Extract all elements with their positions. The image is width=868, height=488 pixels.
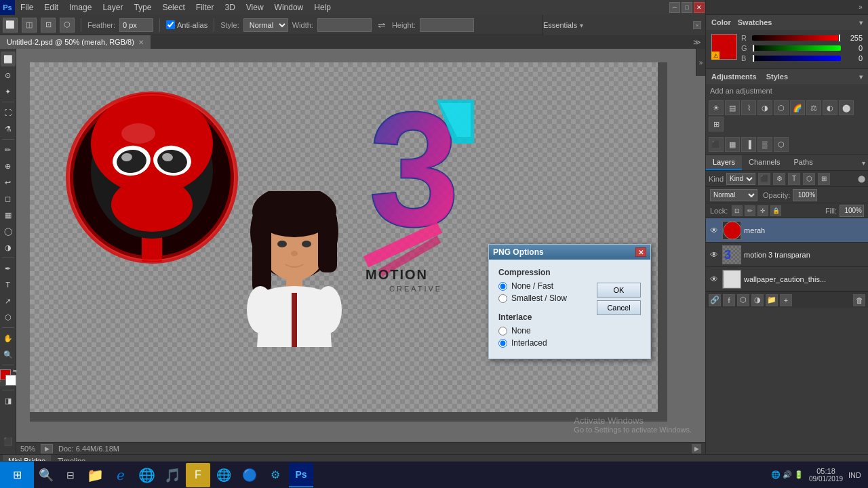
tool-stamp[interactable]: ⊕ bbox=[1, 159, 16, 174]
tool-eyedropper[interactable]: ⚗ bbox=[1, 121, 16, 136]
taskbar-folder2-icon[interactable]: F bbox=[186, 463, 210, 487]
layer-item-wallpaper[interactable]: 👁 wallpaper_caution_this... bbox=[706, 267, 868, 291]
default-colors-icon[interactable]: ⬛ bbox=[0, 381, 5, 386]
menu-3d[interactable]: 3D bbox=[219, 0, 240, 15]
adj-vibrance-icon[interactable]: ⬡ bbox=[774, 100, 789, 115]
zoom-context-icon[interactable]: ▶ bbox=[41, 444, 53, 453]
tool-brush[interactable]: ✏ bbox=[1, 142, 16, 157]
taskbar-language[interactable]: IND bbox=[848, 471, 861, 479]
lock-pixels-icon[interactable]: ✏ bbox=[745, 205, 755, 216]
new-adj-layer-icon[interactable]: ◑ bbox=[751, 294, 764, 306]
r-slider[interactable] bbox=[752, 35, 841, 41]
opacity-input[interactable] bbox=[793, 189, 817, 201]
background-color[interactable] bbox=[5, 375, 16, 386]
layers-tab[interactable]: Layers bbox=[706, 155, 742, 170]
g-slider[interactable] bbox=[752, 45, 841, 51]
taskbar-sound-icon[interactable]: 🔊 bbox=[783, 470, 792, 479]
fill-input[interactable] bbox=[840, 205, 864, 217]
minimize-button[interactable]: ─ bbox=[669, 2, 680, 13]
feather-input[interactable] bbox=[119, 18, 153, 32]
menu-type[interactable]: Type bbox=[128, 0, 157, 15]
menu-view[interactable]: View bbox=[241, 0, 269, 15]
taskbar-chrome2-icon[interactable]: 🔵 bbox=[237, 463, 262, 487]
taskbar-ps-icon[interactable]: Ps bbox=[289, 463, 313, 487]
menu-layer[interactable]: Layer bbox=[97, 0, 128, 15]
none-fast-radio[interactable] bbox=[498, 282, 507, 291]
taskbar-explorer-icon[interactable]: 📁 bbox=[83, 463, 107, 487]
adj-exposure-icon[interactable]: ◑ bbox=[757, 100, 772, 115]
lock-transparent-icon[interactable]: ⊡ bbox=[732, 205, 743, 216]
menu-image[interactable]: Image bbox=[64, 0, 97, 15]
menu-window[interactable]: Window bbox=[269, 0, 309, 15]
tool-eraser[interactable]: ◻ bbox=[1, 191, 16, 206]
menu-filter[interactable]: Filter bbox=[191, 0, 220, 15]
adjustments-tab[interactable]: Adjustments bbox=[711, 73, 757, 81]
start-button[interactable]: ⊞ bbox=[0, 462, 34, 489]
menu-file[interactable]: File bbox=[15, 0, 39, 15]
panel-collapse-button[interactable]: » bbox=[696, 49, 705, 76]
tool-dodge[interactable]: ◑ bbox=[1, 240, 16, 255]
canvas-scrollbar-vertical[interactable] bbox=[658, 62, 667, 412]
tool-hand[interactable]: ✋ bbox=[1, 331, 16, 346]
filter-shape-icon[interactable]: ⬡ bbox=[803, 173, 815, 185]
tool-marquee[interactable]: ⬜ bbox=[1, 52, 16, 66]
adj-photofilter-icon[interactable]: ⬤ bbox=[839, 100, 854, 115]
paths-tab[interactable]: Paths bbox=[787, 155, 820, 170]
panel-collapse-left-icon[interactable]: « bbox=[693, 21, 701, 29]
add-mask-icon[interactable]: ⬡ bbox=[737, 294, 749, 306]
right-panel-collapse-icon[interactable]: » bbox=[856, 3, 865, 12]
none-interlace-option[interactable]: None bbox=[498, 326, 641, 336]
workspace-selector[interactable]: Essentials ▾ « bbox=[542, 15, 705, 35]
adj-brightness-icon[interactable]: ☀ bbox=[709, 100, 724, 115]
tab-close-icon[interactable]: ✕ bbox=[138, 39, 144, 46]
new-layer-icon[interactable]: + bbox=[780, 294, 792, 306]
add-link-icon[interactable]: 🔗 bbox=[709, 294, 721, 306]
layer-vis-motion3-icon[interactable]: 👁 bbox=[709, 249, 719, 260]
menu-help[interactable]: Help bbox=[309, 0, 336, 15]
ok-button[interactable]: OK bbox=[597, 283, 641, 298]
adj-gradient-map-icon[interactable]: ▒ bbox=[757, 137, 772, 152]
taskbar-search-icon[interactable]: 🔍 bbox=[34, 463, 58, 487]
taskbar-firefox-icon[interactable]: 🌐 bbox=[212, 463, 236, 487]
tool-shape[interactable]: ⬡ bbox=[1, 310, 16, 325]
swap-wh-icon[interactable]: ⇌ bbox=[376, 19, 388, 31]
tool-magic-wand[interactable]: ✦ bbox=[1, 84, 16, 99]
taskbar-edge-icon[interactable]: ℯ bbox=[108, 463, 133, 487]
adj-posterize-icon[interactable]: ▦ bbox=[725, 137, 740, 152]
tool-path-select[interactable]: ↗ bbox=[1, 293, 16, 308]
width-input[interactable] bbox=[317, 18, 372, 32]
layer-vis-wallpaper-icon[interactable]: 👁 bbox=[709, 274, 719, 285]
adj-hue-icon[interactable]: 🌈 bbox=[790, 100, 805, 115]
interlaced-option[interactable]: Interlaced bbox=[498, 338, 641, 348]
adj-levels-icon[interactable]: ▤ bbox=[725, 100, 740, 115]
none-interlace-radio[interactable] bbox=[498, 327, 507, 336]
tool-crop[interactable]: ⛶ bbox=[1, 105, 16, 120]
style-dropdown[interactable]: Normal bbox=[243, 18, 288, 32]
taskbar-chrome-icon[interactable]: 🌐 bbox=[134, 463, 159, 487]
lock-move-icon[interactable]: ✛ bbox=[757, 205, 768, 216]
filter-toggle-icon[interactable]: ⬤ bbox=[858, 175, 865, 182]
taskbar-winscp-icon[interactable]: ⚙ bbox=[263, 463, 288, 487]
color-swatches[interactable]: ⇆ ⬛ bbox=[0, 369, 16, 386]
close-button[interactable]: ✕ bbox=[694, 2, 705, 13]
adj-curves-icon[interactable]: ⌇ bbox=[741, 100, 756, 115]
swatches-tab[interactable]: Swatches bbox=[738, 18, 772, 26]
status-expand-icon[interactable]: ▶ bbox=[692, 444, 701, 453]
new-group-icon[interactable]: 📁 bbox=[766, 294, 778, 306]
tool-quick-mask[interactable]: ◨ bbox=[1, 393, 16, 408]
layer-item-merah[interactable]: 👁 merah bbox=[706, 218, 868, 243]
tool-history-brush[interactable]: ↩ bbox=[1, 175, 16, 190]
tool-lasso[interactable]: ⊙ bbox=[1, 68, 16, 83]
adj-colorbal-icon[interactable]: ⚖ bbox=[806, 100, 821, 115]
filter-pixel-icon[interactable]: ⬛ bbox=[758, 173, 770, 185]
adj-threshold-icon[interactable]: ▐ bbox=[741, 137, 756, 152]
taskbar-battery-icon[interactable]: 🔋 bbox=[794, 470, 804, 479]
b-slider[interactable] bbox=[752, 56, 841, 61]
blend-mode-select[interactable]: Normal bbox=[710, 189, 757, 201]
tool-gradient[interactable]: ▦ bbox=[1, 207, 16, 222]
menu-select[interactable]: Select bbox=[157, 0, 190, 15]
adj-select-color-icon[interactable]: ⬡ bbox=[774, 137, 789, 152]
swap-colors-icon[interactable]: ⇆ bbox=[13, 369, 17, 374]
canvas-scrollbar-horizontal[interactable] bbox=[30, 412, 667, 422]
dialog-close-button[interactable]: ✕ bbox=[635, 247, 646, 257]
